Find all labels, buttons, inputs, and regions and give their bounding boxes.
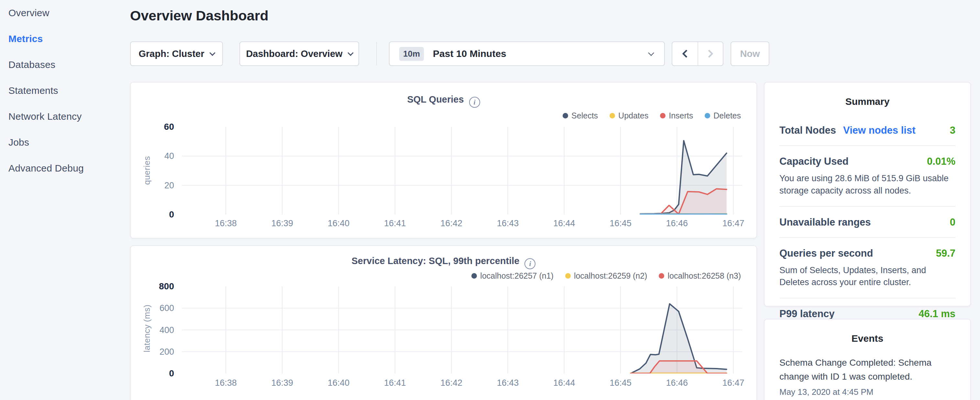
sidebar: OverviewMetricsDatabasesStatementsNetwor… [0, 0, 130, 181]
y-tick-label: 800 [138, 281, 174, 292]
legend-label: Inserts [669, 111, 693, 120]
summary-row-top: P99 latency46.1 ms [780, 308, 955, 320]
x-tick-label: 16:40 [313, 218, 364, 228]
time-back-button[interactable] [672, 42, 698, 65]
summary-row-queries-per-second: Queries per second59.7Sum of Selects, Up… [780, 238, 955, 299]
legend-label: Deletes [713, 111, 741, 120]
x-tick-label: 16:46 [651, 218, 703, 228]
legend-item-localhost-26258-n3: localhost:26258 (n3) [659, 271, 741, 280]
chevron-left-icon [682, 49, 690, 57]
chart-title-row: Service Latency: SQL, 99th percentilei [131, 256, 756, 269]
y-tick-label: 40 [138, 150, 174, 161]
summary-row-description: Sum of Selects, Updates, Inserts, and De… [780, 265, 955, 289]
x-tick-label: 16:47 [708, 378, 759, 388]
sidebar-item-overview[interactable]: Overview [0, 0, 130, 26]
x-tick-label: 16:46 [651, 378, 703, 388]
view-nodes-list-link[interactable]: View nodes list [843, 124, 915, 136]
service-latency-sql-99th-percentile-chart-card: Service Latency: SQL, 99th percentileilo… [130, 245, 757, 400]
chart-title: Service Latency: SQL, 99th percentile [352, 256, 520, 266]
events-title: Events [780, 319, 955, 344]
summary-row-value: 46.1 ms [918, 308, 955, 320]
chart-title: SQL Queries [407, 94, 464, 105]
x-tick-label: 16:40 [313, 378, 364, 388]
sidebar-item-databases[interactable]: Databases [0, 52, 130, 78]
summary-row-unavailable-ranges: Unavailable ranges0 [780, 207, 955, 238]
sidebar-item-statements[interactable]: Statements [0, 78, 130, 104]
time-nav-group [672, 41, 724, 66]
legend-item-updates: Updates [609, 111, 648, 120]
y-tick-label: 200 [138, 346, 174, 357]
dashboard-dropdown-label: Dashboard: Overview [246, 49, 342, 59]
x-tick-label: 16:44 [538, 378, 590, 388]
summary-row-description: You are using 28.6 MiB of 515.9 GiB usab… [780, 172, 955, 197]
summary-row-top: Capacity Used0.01% [780, 156, 955, 167]
events-panel: Events Schema Change Completed: Schema c… [764, 319, 971, 400]
time-forward-button[interactable] [698, 42, 723, 65]
legend-label: Selects [571, 111, 598, 120]
legend-item-selects: Selects [563, 111, 598, 120]
chart-legend: SelectsUpdatesInsertsDeletes [563, 111, 741, 120]
x-tick-label: 16:38 [200, 378, 252, 388]
time-window-dropdown[interactable]: 10m Past 10 Minutes [389, 41, 665, 66]
x-tick-label: 16:42 [425, 218, 477, 228]
service-latency-sql-99th-percentile-plot-area[interactable] [182, 287, 742, 373]
page: OverviewMetricsDatabasesStatementsNetwor… [0, 0, 980, 400]
legend-dot-icon [471, 273, 477, 279]
x-tick-label: 16:43 [482, 378, 533, 388]
legend-item-deletes: Deletes [705, 111, 741, 120]
time-window-badge: 10m [399, 47, 424, 61]
event-list-item[interactable]: Schema Change Completed: Schema change w… [780, 356, 955, 397]
summary-row-label: Capacity Used [780, 156, 849, 167]
legend-dot-icon [565, 273, 571, 279]
y-tick-label: 400 [138, 325, 174, 336]
legend-item-inserts: Inserts [660, 111, 693, 120]
legend-label: localhost:26258 (n3) [667, 271, 741, 280]
summary-row-top: Queries per second59.7 [780, 247, 955, 259]
x-tick-label: 16:45 [595, 378, 646, 388]
chevron-down-icon [648, 50, 654, 56]
chevron-down-icon [347, 50, 353, 56]
x-tick-label: 16:42 [425, 378, 477, 388]
graph-dropdown-label: Graph: Cluster [138, 49, 204, 59]
dashboard-dropdown[interactable]: Dashboard: Overview [239, 41, 359, 66]
summary-title: Summary [780, 83, 955, 107]
x-tick-label: 16:39 [256, 378, 308, 388]
legend-dot-icon [660, 113, 665, 118]
summary-row-value: 3 [950, 124, 955, 136]
summary-row-capacity-used: Capacity Used0.01%You are using 28.6 MiB… [780, 146, 955, 207]
graph-dropdown[interactable]: Graph: Cluster [130, 41, 223, 66]
summary-row-label: Unavailable ranges [780, 217, 871, 228]
page-title: Overview Dashboard [130, 8, 269, 24]
legend-dot-icon [609, 113, 615, 118]
legend-dot-icon [705, 113, 710, 118]
sidebar-item-jobs[interactable]: Jobs [0, 129, 130, 155]
y-tick-label: 60 [138, 121, 174, 132]
time-window-label: Past 10 Minutes [433, 48, 643, 59]
summary-row-top: Total NodesView nodes list3 [780, 124, 955, 136]
info-icon[interactable]: i [525, 258, 535, 269]
legend-label: localhost:26257 (n1) [480, 271, 554, 280]
x-tick-label: 16:45 [595, 218, 646, 228]
now-button[interactable]: Now [730, 41, 769, 66]
summary-row-total-nodes: Total NodesView nodes list3 [780, 115, 955, 146]
x-tick-label: 16:39 [256, 218, 308, 228]
sql-queries-plot-area[interactable] [182, 127, 742, 215]
legend-label: localhost:26259 (n2) [574, 271, 648, 280]
sidebar-item-network-latency[interactable]: Network Latency [0, 104, 130, 129]
summary-row-label: Queries per second [780, 247, 873, 259]
summary-rows: Total NodesView nodes list3Capacity Used… [780, 115, 955, 329]
summary-row-label: P99 latency [780, 308, 835, 320]
legend-dot-icon [659, 273, 664, 279]
controls-divider [376, 42, 377, 65]
summary-row-value: 59.7 [936, 247, 955, 259]
x-tick-label: 16:38 [200, 218, 252, 228]
x-tick-label: 16:43 [482, 218, 533, 228]
info-icon[interactable]: i [469, 97, 480, 108]
sql-queries-chart-card: SQL QueriesiSelectsUpdatesInsertsDeletes… [130, 82, 757, 239]
event-items: Schema Change Completed: Schema change w… [780, 356, 955, 397]
chevron-right-icon [705, 49, 713, 57]
sidebar-item-advanced-debug[interactable]: Advanced Debug [0, 155, 130, 181]
legend-item-localhost-26257-n1: localhost:26257 (n1) [471, 271, 554, 280]
legend-dot-icon [563, 113, 568, 118]
sidebar-item-metrics[interactable]: Metrics [0, 26, 130, 52]
